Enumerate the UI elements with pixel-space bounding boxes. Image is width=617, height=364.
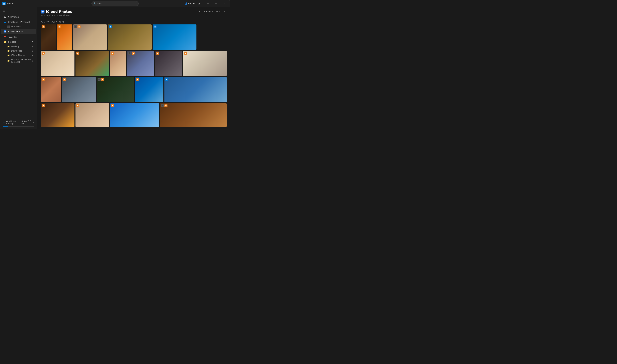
view-icon: ⊞ [216,10,218,13]
photo-item[interactable]: ■ [76,103,109,127]
folders-chevron-icon: ∧ [32,41,33,43]
photo-item[interactable]: ■ [155,51,182,76]
photo-row-4: ■ ■ ■ ⬛ ■ [41,103,227,127]
photo-item[interactable]: ■ [165,77,227,102]
photo-badge: ■ [58,25,61,28]
photo-badge: ■ [165,78,168,81]
photo-item[interactable]: ■ [76,51,109,76]
storage-bar [3,126,34,127]
import-button[interactable]: 👤 Import [185,2,195,5]
photo-item[interactable]: ■ [41,103,75,127]
photo-multi-badge: ⬛ ■ [161,104,167,107]
photo-item[interactable]: ⬛ ■ [97,77,134,102]
photo-badge: ■ [111,52,114,55]
sidebar-item-favorites[interactable]: ❤ Favorites [1,35,36,39]
sidebar-item-memories[interactable]: ⬛ Memories [1,25,36,29]
pictures-folder-label: Pictures - OneDrive Personal [11,58,32,63]
more-options-button[interactable]: ··· [222,10,227,13]
photo-item[interactable]: ■ [183,51,227,76]
photo-item[interactable]: ■ [135,77,163,102]
storage-value: 0.8 of 5.0 GB [22,120,32,125]
photo-item[interactable]: ⬛ ■ [160,103,227,127]
sidebar: ☰ 🖼 All Photos ☁ OneDrive - Personal ⬛ M… [0,7,37,129]
photo-badge: ■ [42,25,45,28]
storage-bar-fill [3,126,8,127]
icloud-folder-chevron: ∨ [32,54,33,56]
settings-button[interactable]: ⚙ [198,2,200,5]
filter-label: Filter [206,10,211,13]
photo-badge: ■ [42,78,45,81]
icloud-folder-label: iCloud Photos [11,54,25,56]
photo-badge: ■ [109,25,112,28]
photo-item[interactable]: ■ [57,25,72,50]
minimize-button[interactable]: — [204,0,212,7]
onedrive-icon: ☁ [4,21,6,23]
sidebar-item-desktop[interactable]: 📁 Desktop ∨ [1,44,36,49]
photo-item[interactable]: ■ [41,51,75,76]
storage-label: OneDrive Storage [6,120,20,125]
filter-button[interactable]: ⊟ Filter ∨ [203,10,214,13]
photo-row-1: ■ ■ ⬛ ■ ■ [41,25,227,50]
icloud-icon [4,30,7,33]
view-button[interactable]: ⊞ ∨ [215,10,221,13]
photo-row-2: ■ ■ ■ ⬛ ■ [41,51,227,76]
import-label: Import [188,2,195,5]
titlebar: Photos 🔍 Search 👤 Import ⚙ — □ ✕ [0,0,230,7]
photo-row-3: ■ ■ ⬛ ■ ■ [41,77,227,102]
sidebar-item-all-photos[interactable]: 🖼 All Photos [1,14,36,19]
close-button[interactable]: ✕ [220,0,228,7]
photo-item[interactable]: ■ [110,103,159,127]
app-title: Photos [7,2,14,5]
photo-item[interactable]: ■ [41,25,56,50]
downloads-label: Downloads [11,50,22,52]
icloud-folder-icon: 📁 [7,54,10,56]
downloads-chevron-icon: ∨ [32,50,33,52]
onedrive-label: OneDrive - Personal [8,21,30,23]
view-chevron: ∨ [219,10,220,13]
import-icon: 👤 [185,2,188,5]
app-logo: Photos [2,2,14,5]
date-range-label: Sept 25 - Oct 3, 2022 [38,19,230,25]
sort-button[interactable]: ↕ ∨ [196,10,202,13]
page-title: iCloud Photos [46,10,72,14]
photo-item[interactable]: ■ [110,51,126,76]
svg-rect-5 [5,31,6,32]
photo-badge: ■ [136,78,139,81]
icloud-header-icon [41,10,44,13]
photo-item[interactable]: ■ [62,77,96,102]
maximize-button[interactable]: □ [212,0,220,7]
icloud-label: iCloud Photos [8,30,23,33]
memories-icon: ⬛ [7,26,10,28]
photo-multi-badge: ⬛ ■ [74,25,80,28]
photo-item[interactable]: ■ [108,25,152,50]
photo-badge: ■ [42,52,45,55]
sidebar-item-icloud-folder[interactable]: 📁 iCloud Photos ∨ [1,53,36,57]
desktop-folder-icon: 📁 [7,45,10,48]
search-bar[interactable]: 🔍 Search [91,1,139,6]
photo-multi-badge: ⬛ ■ [98,78,104,81]
photo-item[interactable]: ⬛ ■ [127,51,154,76]
all-photos-icon: 🖼 [4,15,6,18]
app-logo-icon [2,2,6,5]
folders-label: Folders [8,41,16,43]
photo-item[interactable]: ■ [41,77,61,102]
storage-cloud-icon: ☁ [3,121,5,124]
all-photos-label: All Photos [8,16,19,18]
storage-chevron-icon[interactable]: ∨ [33,122,34,124]
photo-badge: ■ [111,104,114,107]
sort-chevron: ∨ [199,10,201,13]
sidebar-item-downloads[interactable]: 📁 Downloads ∨ [1,49,36,53]
sidebar-item-onedrive[interactable]: ☁ OneDrive - Personal [1,20,36,24]
photo-badge: ■ [184,52,187,55]
content-header: iCloud Photos 40,639 photos, 1,399 video… [38,7,230,19]
photo-badge: ■ [42,104,45,107]
memories-label: Memories [11,26,21,28]
photo-item[interactable]: ⬛ ■ [73,25,107,50]
sidebar-folders-header[interactable]: 📁 Folders ∧ [1,39,36,44]
photo-item[interactable]: ■ [153,25,196,50]
sidebar-item-icloud[interactable]: iCloud Photos [1,29,36,34]
favorites-label: Favorites [8,36,17,38]
sidebar-item-pictures-onedrive[interactable]: 📁 Pictures - OneDrive Personal ∨ [1,58,36,64]
hamburger-menu[interactable]: ☰ [0,8,37,14]
sidebar-storage: ☁ OneDrive Storage 0.8 of 5.0 GB ∨ [0,119,37,128]
